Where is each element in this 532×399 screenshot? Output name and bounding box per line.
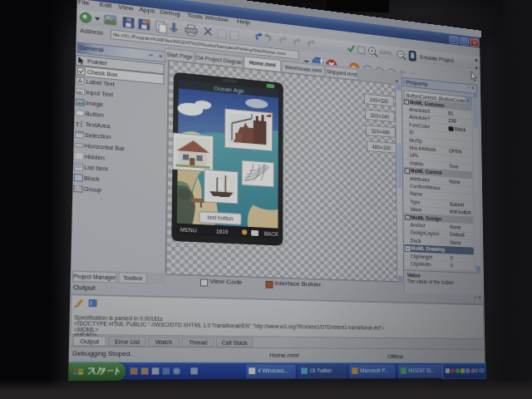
svg-text:MENU: MENU xyxy=(180,227,197,233)
svg-text:BACK: BACK xyxy=(264,231,279,237)
svg-text:Emulate Project: Emulate Project xyxy=(420,55,454,64)
svg-text:abl: abl xyxy=(76,89,82,94)
svg-text:T: T xyxy=(75,120,80,127)
svg-text:1619: 1619 xyxy=(216,229,229,234)
svg-text:A: A xyxy=(78,78,82,86)
svg-text:100%: 100% xyxy=(379,50,392,57)
